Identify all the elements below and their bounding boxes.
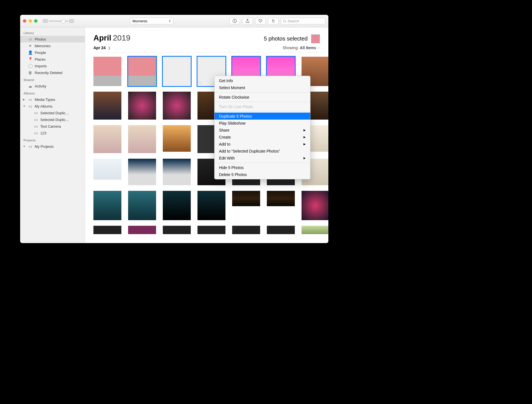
selection-preview-thumb[interactable] (311, 34, 320, 43)
photo-thumbnail[interactable] (267, 226, 295, 234)
photo-thumbnail[interactable] (128, 226, 156, 234)
sidebar-item-recently-deleted[interactable]: 🗑Recently Deleted (20, 69, 85, 76)
photo-thumbnail[interactable] (93, 226, 121, 234)
menu-item[interactable]: Duplicate 5 Photos (215, 113, 310, 120)
photo-thumbnail[interactable] (128, 125, 156, 153)
sidebar-item-label: Imports (35, 64, 47, 68)
photo-thumbnail[interactable] (163, 125, 191, 152)
sidebar-item-album[interactable]: ▭123 (20, 130, 85, 136)
window-controls (23, 19, 39, 23)
search-placeholder: Search (288, 19, 299, 23)
photo-thumbnail[interactable] (302, 226, 328, 234)
info-button[interactable] (229, 18, 240, 24)
thumbnail-size-control[interactable] (43, 19, 74, 23)
menu-item[interactable]: Hide 5 Photos (215, 164, 310, 171)
zoom-window-button[interactable] (34, 19, 37, 23)
photo-thumbnail[interactable] (163, 92, 191, 120)
sidebar-item-photos[interactable]: ▭Photos (20, 36, 85, 42)
photo-thumbnail[interactable] (197, 191, 225, 220)
menu-item[interactable]: Get Info (215, 77, 310, 84)
disclosure-down-icon[interactable]: ▼ (23, 145, 25, 148)
photo-thumbnail[interactable] (302, 191, 328, 220)
menu-item-label: Get Info (219, 79, 233, 83)
sidebar-item-my-albums[interactable]: ▼ ▭ My Albums (20, 103, 85, 110)
photo-thumbnail[interactable] (232, 226, 260, 234)
sidebar-item-label: Activity (35, 84, 46, 88)
showing-filter[interactable]: Showing: All Items ﹀ (283, 46, 320, 50)
sidebar-item-people[interactable]: 👤People (20, 49, 85, 56)
menu-item-label: Create (219, 135, 231, 139)
minimize-window-button[interactable] (29, 19, 32, 23)
section-shared-label: Shared (20, 76, 85, 83)
thumbnail-size-slider[interactable] (49, 21, 68, 22)
photo-thumbnail[interactable] (128, 159, 156, 185)
menu-item[interactable]: Add to▶ (215, 141, 310, 148)
menu-item[interactable]: Add to “Selected Duplicate Photos” (215, 148, 310, 155)
sidebar-item-label: Places (35, 57, 46, 61)
photo-thumbnail[interactable] (93, 57, 121, 86)
selection-count: 5 photos selected (264, 35, 308, 42)
sidebar-item-label: Selected Duplic… (40, 118, 69, 122)
sidebar-item-my-projects[interactable]: ▼ ▭ My Projects (20, 143, 85, 150)
photo-thumbnail[interactable] (163, 226, 191, 234)
disclosure-right-icon[interactable]: ▶ (23, 98, 25, 101)
share-button[interactable] (242, 18, 253, 24)
photo-thumbnail[interactable] (163, 191, 191, 220)
photo-thumbnail[interactable] (128, 57, 156, 86)
photo-thumbnail[interactable] (232, 191, 260, 206)
photo-thumbnail[interactable] (267, 191, 295, 206)
chevron-right-icon[interactable]: ❯ (108, 46, 110, 50)
chevron-down-icon: ﹀ (317, 47, 320, 50)
sidebar-item-activity[interactable]: ☁Activity (20, 83, 85, 89)
search-field[interactable]: Search (281, 18, 326, 24)
close-window-button[interactable] (23, 19, 26, 23)
menu-item[interactable]: Delete 5 Photos (215, 171, 310, 178)
photo-thumbnail[interactable] (163, 57, 191, 86)
info-icon (232, 19, 237, 23)
svg-line-4 (285, 22, 286, 22)
date-label[interactable]: Apr 24 (93, 46, 106, 50)
album-icon: ▭ (28, 104, 32, 108)
favorite-button[interactable] (255, 18, 266, 24)
photo-thumbnail[interactable] (93, 92, 121, 120)
sidebar-item-label: Photos (35, 37, 46, 41)
menu-item[interactable]: Play Slideshow (215, 120, 310, 127)
sidebar-item-media-types[interactable]: ▶ ▭ Media Types (20, 96, 85, 103)
menu-item[interactable]: Rotate Clockwise (215, 94, 310, 101)
sidebar-item-memories[interactable]: ✶Memories (20, 42, 85, 49)
section-projects-label: Projects (20, 136, 85, 143)
favorite-badge-icon: ♡ (199, 81, 202, 85)
menu-item[interactable]: Select Moment (215, 84, 310, 91)
photo-thumbnail[interactable] (128, 92, 156, 120)
view-mode-select[interactable]: Moments ▲▼ (130, 18, 173, 24)
imports-icon: 🕘 (28, 64, 32, 68)
app-window: Moments ▲▼ Search Library ▭Photos✶Memori… (20, 15, 328, 243)
album-icon: ▭ (34, 131, 38, 135)
menu-item-label: Hide 5 Photos (219, 165, 244, 170)
menu-item-label: Select Moment (219, 85, 245, 90)
people-icon: 👤 (28, 50, 32, 55)
menu-item-label: Delete 5 Photos (219, 172, 247, 177)
context-menu[interactable]: Get InfoSelect MomentRotate ClockwiseTur… (214, 76, 310, 179)
titlebar: Moments ▲▼ Search (20, 15, 328, 27)
menu-item[interactable]: Share▶ (215, 127, 310, 134)
disclosure-down-icon[interactable]: ▼ (23, 105, 25, 108)
sidebar-item-album[interactable]: ▭Selected Duplic… (20, 110, 85, 116)
album-icon: ▭ (28, 144, 32, 149)
svg-point-1 (234, 20, 235, 20)
sidebar-item-album[interactable]: ▭Selected Duplic… (20, 116, 85, 123)
sidebar-item-imports[interactable]: 🕘Imports (20, 63, 85, 69)
photo-thumbnail[interactable] (93, 191, 121, 220)
divider (93, 53, 320, 53)
photo-thumbnail[interactable] (128, 191, 156, 220)
menu-item[interactable]: Create▶ (215, 134, 310, 141)
view-mode-value: Moments (133, 19, 147, 23)
sidebar-item-places[interactable]: 📍Places (20, 56, 85, 63)
rotate-button[interactable] (268, 18, 279, 24)
photo-thumbnail[interactable] (93, 159, 121, 180)
menu-item[interactable]: Edit With▶ (215, 155, 310, 161)
photo-thumbnail[interactable] (163, 159, 191, 185)
photo-thumbnail[interactable] (197, 226, 225, 234)
photo-thumbnail[interactable] (93, 125, 121, 153)
sidebar-item-album[interactable]: ▭Text Camera (20, 123, 85, 130)
